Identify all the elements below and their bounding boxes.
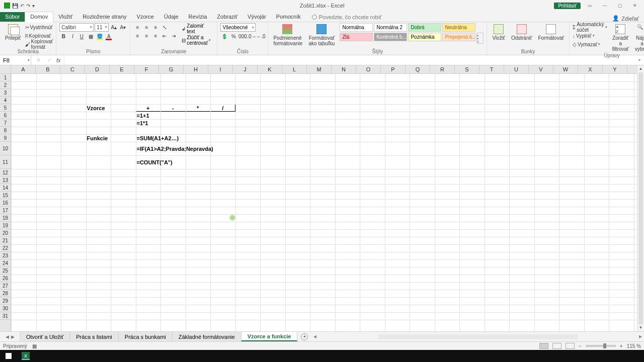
column-header[interactable]: K bbox=[258, 65, 282, 73]
tab-review[interactable]: Revízia bbox=[184, 12, 212, 22]
column-header[interactable]: T bbox=[479, 65, 504, 73]
column-header[interactable]: P bbox=[381, 65, 406, 73]
column-header[interactable]: L bbox=[282, 65, 307, 73]
tab-help[interactable]: Pomocník bbox=[271, 12, 306, 22]
column-header[interactable]: J bbox=[233, 65, 258, 73]
row-header[interactable]: 16 bbox=[0, 199, 11, 207]
start-button[interactable] bbox=[2, 351, 15, 361]
row-header[interactable]: 31 bbox=[0, 312, 11, 320]
row-header[interactable]: 13 bbox=[0, 176, 11, 184]
row-header[interactable]: 10 bbox=[0, 142, 11, 155]
save-icon[interactable]: 💾 bbox=[12, 3, 18, 9]
row-header[interactable]: 8 bbox=[0, 127, 11, 134]
row-header[interactable]: 12 bbox=[0, 169, 11, 176]
align-middle-button[interactable]: ≡ bbox=[142, 23, 150, 31]
sheet-tab[interactable]: Otvoriť a Uložiť bbox=[20, 332, 70, 341]
cancel-formula-button[interactable]: ✕ bbox=[34, 57, 42, 63]
column-header[interactable]: X bbox=[578, 65, 603, 73]
column-header[interactable]: S bbox=[455, 65, 479, 73]
column-header[interactable]: I bbox=[208, 65, 233, 73]
sheet-tab[interactable]: Práca s listami bbox=[70, 332, 119, 341]
row-header[interactable]: 28 bbox=[0, 290, 11, 297]
column-header[interactable]: O bbox=[356, 65, 381, 73]
close-button[interactable]: ✕ bbox=[629, 2, 641, 9]
column-header[interactable]: W bbox=[553, 65, 578, 73]
row-header[interactable]: 17 bbox=[0, 207, 11, 214]
row-header[interactable]: 2 bbox=[0, 81, 11, 89]
insert-function-button[interactable]: fx bbox=[56, 57, 61, 63]
page-break-view-button[interactable] bbox=[566, 343, 575, 349]
merge-center-button[interactable]: ⊟Zlúčiť a centrovať ▾ bbox=[180, 35, 214, 46]
column-header[interactable]: U bbox=[504, 65, 529, 73]
row-header[interactable]: 7 bbox=[0, 119, 11, 127]
qat-customize-icon[interactable]: ▾ bbox=[32, 3, 35, 9]
row-header[interactable]: 23 bbox=[0, 252, 11, 259]
vertical-scrollbar[interactable]: ▲ ▼ bbox=[637, 65, 644, 331]
horizontal-scrollbar[interactable]: ◀ ▶ bbox=[311, 332, 644, 341]
font-size-combo[interactable]: 11▾ bbox=[95, 23, 109, 32]
sheet-tab[interactable]: Základné formátovanie bbox=[173, 332, 242, 341]
styles-more-button[interactable]: ▴▾≡ bbox=[476, 33, 484, 44]
align-top-button[interactable]: ≡ bbox=[133, 23, 141, 31]
select-all-corner[interactable] bbox=[0, 65, 11, 74]
row-header[interactable]: 19 bbox=[0, 222, 11, 229]
undo-button[interactable]: ↶ bbox=[20, 3, 24, 9]
page-layout-view-button[interactable] bbox=[552, 343, 561, 349]
minimize-button[interactable]: — bbox=[599, 2, 611, 9]
row-header[interactable]: 29 bbox=[0, 297, 11, 305]
zoom-out-button[interactable]: − bbox=[579, 343, 582, 349]
cell-F7[interactable]: =1*1 bbox=[136, 119, 285, 127]
style-check[interactable]: Kontrolná b... bbox=[374, 33, 407, 41]
excel-taskbar-icon[interactable]: X bbox=[19, 351, 32, 361]
percent-format-button[interactable]: % bbox=[229, 32, 237, 40]
style-neutral[interactable]: Neutrálna bbox=[442, 23, 475, 32]
column-header[interactable]: E bbox=[110, 65, 134, 73]
style-normal2[interactable]: Normálna 2 bbox=[374, 23, 407, 32]
row-header[interactable]: 15 bbox=[0, 192, 11, 199]
italic-button[interactable]: I bbox=[68, 32, 76, 40]
row-header[interactable]: 18 bbox=[0, 214, 11, 222]
tab-data[interactable]: Údaje bbox=[159, 12, 184, 22]
row-header[interactable]: 26 bbox=[0, 275, 11, 282]
row-header[interactable]: 30 bbox=[0, 305, 11, 312]
row-header[interactable]: 3 bbox=[0, 89, 11, 97]
cells-area[interactable]: VzorceFunkcie+-*/=1+1=1*1=SUM(A1+A2…)=IF… bbox=[11, 74, 637, 331]
cell-styles-gallery[interactable]: Normálna Normálna 2 Dobrá Neutrálna Zlá … bbox=[340, 23, 484, 47]
align-bottom-button[interactable]: ≡ bbox=[151, 23, 159, 31]
column-header[interactable]: D bbox=[85, 65, 110, 73]
column-header[interactable]: F bbox=[134, 65, 159, 73]
tab-insert[interactable]: Vložiť bbox=[53, 12, 77, 22]
column-header[interactable]: B bbox=[36, 65, 60, 73]
name-box[interactable]: F8▾ bbox=[0, 55, 31, 65]
clear-button[interactable]: ◇ Vymazať ▾ bbox=[573, 40, 608, 48]
cell-F5[interactable]: + bbox=[136, 104, 161, 112]
column-header[interactable]: R bbox=[430, 65, 455, 73]
cut-button[interactable]: ✂ Vystrihnúť bbox=[25, 23, 53, 31]
underline-button[interactable]: U bbox=[77, 32, 86, 40]
format-cells-button[interactable]: Formátovať bbox=[536, 23, 566, 42]
find-select-button[interactable]: 🔍Nájsť a vybrať bbox=[633, 23, 644, 53]
scroll-up-button[interactable]: ▲ bbox=[637, 65, 644, 72]
format-as-table-button[interactable]: Formátovať ako tabuľku bbox=[305, 23, 338, 47]
align-left-button[interactable]: ≡ bbox=[133, 32, 141, 40]
zoom-in-button[interactable]: + bbox=[620, 343, 623, 349]
redo-button[interactable]: ↷ bbox=[26, 3, 30, 9]
fill-button[interactable]: ↓ Vyplniť ▾ bbox=[573, 32, 608, 40]
formula-bar-input[interactable] bbox=[64, 55, 635, 65]
column-header[interactable]: Y bbox=[603, 65, 627, 73]
decrease-decimal-button[interactable]: ←.0 bbox=[257, 32, 265, 40]
tab-view[interactable]: Zobraziť bbox=[212, 12, 243, 22]
sheet-nav-buttons[interactable]: ◀▶ bbox=[0, 332, 20, 341]
align-right-button[interactable]: ≡ bbox=[151, 32, 159, 40]
insert-cells-button[interactable]: Vložiť bbox=[490, 23, 507, 42]
decrease-font-button[interactable]: A▾ bbox=[119, 23, 127, 31]
font-name-combo[interactable]: Calibri▾ bbox=[59, 23, 94, 32]
row-header[interactable]: 27 bbox=[0, 282, 11, 290]
borders-button[interactable]: ▦ bbox=[87, 32, 95, 40]
row-header[interactable]: 24 bbox=[0, 259, 11, 267]
ribbon-options-icon[interactable]: ▭ bbox=[584, 2, 596, 9]
number-format-combo[interactable]: Všeobecné▾ bbox=[220, 23, 256, 32]
fill-color-button[interactable]: 🪣 bbox=[96, 32, 104, 40]
enter-formula-button[interactable]: ✓ bbox=[45, 57, 53, 63]
row-header[interactable]: 14 bbox=[0, 184, 11, 192]
